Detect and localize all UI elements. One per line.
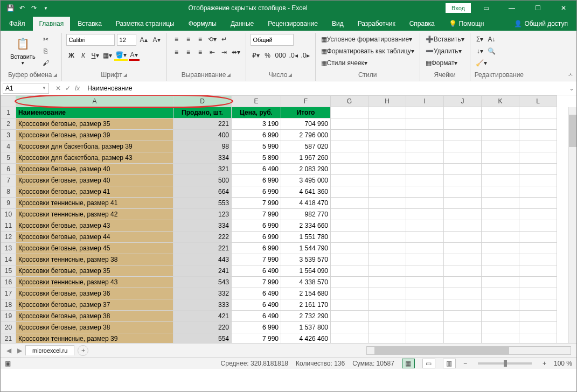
cell[interactable] [444,118,482,130]
cell[interactable]: Кроссовки беговые, размер 44 [16,232,173,243]
cell[interactable] [482,130,519,141]
cell[interactable]: 553 [173,198,232,209]
cell[interactable] [519,277,557,288]
cell[interactable] [482,277,519,288]
cell[interactable] [406,288,444,299]
cell[interactable] [406,186,444,198]
row-header[interactable]: 7 [1,175,16,186]
cell[interactable] [482,232,519,243]
row-header[interactable]: 11 [1,220,16,232]
cell[interactable] [406,141,444,152]
row-header[interactable]: 5 [1,152,16,164]
cell[interactable] [406,322,444,333]
cell[interactable]: Кроссовки беговые, размер 39 [16,130,173,141]
cell[interactable]: 6 990 [232,130,281,141]
cell[interactable] [331,141,369,152]
row-header[interactable]: 1 [1,107,16,118]
close-icon[interactable]: ✕ [553,1,574,16]
tab-home[interactable]: Главная [33,17,71,31]
cell[interactable] [444,141,482,152]
name-box[interactable]: A1▼ [3,83,49,94]
cell[interactable] [331,118,369,130]
cell[interactable]: Кроссовки теннисные, размер 43 [16,277,173,288]
cell[interactable] [406,198,444,209]
row-header[interactable]: 20 [1,322,16,333]
undo-icon[interactable]: ↶ [18,4,26,12]
tab-formulas[interactable]: Формулы [182,17,223,31]
cell[interactable]: Наименование [16,107,173,118]
cell[interactable]: 2 161 170 [281,299,331,311]
scroll-thumb[interactable] [569,115,576,147]
cell[interactable] [444,186,482,198]
cell[interactable] [331,288,369,299]
col-header-K[interactable]: K [482,96,519,107]
dec-decimal-icon[interactable]: .0▸ [300,50,311,61]
sign-in-button[interactable]: Вход [446,3,471,13]
autosum-icon[interactable]: Σ▾ [475,34,485,45]
row-header[interactable]: 17 [1,288,16,299]
tab-help[interactable]: Справка [403,17,441,31]
cell[interactable] [444,322,482,333]
cell[interactable] [444,265,482,277]
cell[interactable] [482,164,519,175]
row-header[interactable]: 3 [1,130,16,141]
cell[interactable]: 332 [173,288,232,299]
tell-me[interactable]: 💡 Помощн [442,17,491,31]
cell[interactable] [519,299,557,311]
cell[interactable]: 2 796 000 [281,130,331,141]
wrap-text-icon[interactable]: ↵ [219,34,230,45]
cell[interactable] [519,322,557,333]
cell[interactable]: 6 990 [232,175,281,186]
cell[interactable]: 6 990 [232,186,281,198]
cell[interactable]: Кроссовки беговые, размер 40 [16,164,173,175]
cell[interactable] [406,254,444,265]
cell[interactable] [482,186,519,198]
cell[interactable] [482,118,519,130]
row-header[interactable]: 10 [1,209,16,220]
cell[interactable] [519,130,557,141]
page-layout-view-icon[interactable]: ▭ [422,359,435,368]
cell[interactable] [406,164,444,175]
zoom-out-icon[interactable]: − [463,360,467,367]
cell[interactable] [482,198,519,209]
cell[interactable]: Кроссовки беговые, размер 38 [16,322,173,333]
enter-formula-icon[interactable]: ✓ [65,85,71,92]
cell[interactable] [519,220,557,232]
tab-developer[interactable]: Разработчик [351,17,402,31]
cell[interactable] [519,118,557,130]
cell[interactable] [369,277,406,288]
cell[interactable] [406,243,444,254]
italic-button[interactable]: К [78,50,89,61]
formula-input[interactable] [84,83,567,94]
cell[interactable]: 7 990 [232,254,281,265]
cell[interactable]: 334 [173,152,232,164]
cell[interactable] [482,152,519,164]
cell[interactable]: 704 990 [281,118,331,130]
vertical-scrollbar[interactable] [568,107,576,343]
cell[interactable] [369,130,406,141]
sheet-nav-next-icon[interactable]: ▶ [15,347,24,354]
cell[interactable] [369,243,406,254]
save-icon[interactable]: 💾 [6,4,15,12]
cell[interactable]: 221 [173,118,232,130]
cell[interactable] [406,130,444,141]
cell[interactable]: 2 334 660 [281,220,331,232]
align-left-icon[interactable]: ≡ [171,47,182,58]
cell[interactable] [482,288,519,299]
bold-button[interactable]: Ж [66,50,77,61]
zoom-level[interactable]: 100 % [554,360,572,367]
row-header[interactable]: 8 [1,186,16,198]
cell[interactable] [406,265,444,277]
zoom-slider[interactable] [478,362,532,365]
comma-icon[interactable]: 000 [274,50,287,61]
col-header-H[interactable]: H [369,96,406,107]
cell[interactable] [331,265,369,277]
cell[interactable] [369,220,406,232]
dialog-launcher-icon[interactable]: ◢ [288,72,292,78]
cell[interactable]: 1 537 800 [281,322,331,333]
indent-inc-icon[interactable]: ⇥ [219,47,230,58]
cut-icon[interactable]: ✂ [40,34,52,45]
sheet-nav-prev-icon[interactable]: ◀ [4,347,13,354]
cell[interactable] [369,311,406,322]
cell[interactable] [369,299,406,311]
